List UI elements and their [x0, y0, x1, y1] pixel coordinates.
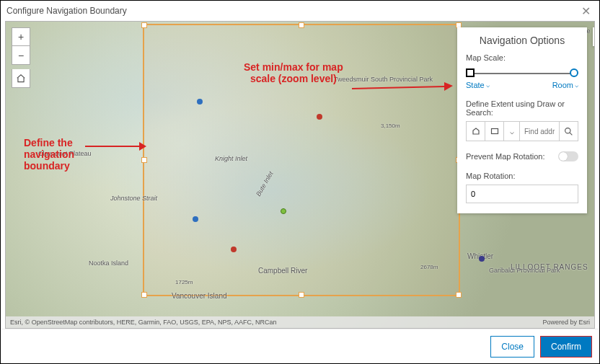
map-point-red — [317, 114, 322, 120]
svg-line-6 — [570, 133, 572, 135]
attribution-right: Powered by Esri — [542, 319, 590, 326]
map-canvas[interactable]: + − Campbell River Whistler Vancouver Is… — [5, 21, 595, 329]
chevron-down-icon: ⌵ — [575, 81, 578, 89]
prevent-rotation-label: Prevent Map Rotation: — [466, 152, 544, 161]
home-icon — [16, 74, 26, 84]
search-icon — [564, 127, 573, 136]
svg-point-5 — [565, 128, 570, 133]
map-label-lillooet: LILLOOET RANGES — [511, 263, 588, 271]
titlebar: Configure Navigation Boundary ✕ — [1, 1, 599, 21]
map-label-clayoquot: Clayoquot Plateau — [38, 150, 92, 157]
close-button[interactable]: Close — [490, 336, 534, 358]
resize-handle-nw[interactable] — [141, 22, 147, 28]
slider-handle-max[interactable] — [570, 68, 578, 77]
map-rotation-label: Map Rotation: — [466, 172, 578, 180]
map-point-purple — [479, 256, 485, 262]
search-button[interactable] — [559, 122, 578, 141]
map-label-nootka: Nootka Island — [89, 259, 128, 267]
scale-max-dropdown[interactable]: Room⌵ — [552, 81, 578, 89]
map-point-blue — [197, 99, 203, 105]
slider-track — [469, 73, 575, 74]
navigation-options-panel: Navigation Options Map Scale: State⌵ Roo… — [457, 27, 587, 213]
map-zoom-controls: + − — [12, 27, 30, 88]
chevron-down-icon: ⌵ — [510, 128, 514, 136]
draw-dropdown-button[interactable]: ⌵ — [504, 122, 520, 141]
modal-footer: Close Confirm — [1, 329, 599, 363]
chevron-down-icon: ⌵ — [486, 81, 490, 89]
map-rotation-input[interactable] — [466, 185, 578, 203]
resize-handle-w[interactable] — [141, 157, 147, 163]
confirm-button[interactable]: Confirm — [540, 336, 592, 358]
map-point-green — [281, 208, 286, 214]
extent-toolbar: ⌵ — [466, 121, 578, 141]
navigation-boundary-extent[interactable] — [143, 24, 460, 296]
home-extent-button[interactable] — [12, 69, 30, 88]
scale-min-dropdown[interactable]: State⌵ — [466, 81, 490, 89]
map-scale-label: Map Scale: — [466, 53, 578, 62]
resize-handle-se[interactable] — [456, 292, 462, 298]
draw-polygon-button[interactable] — [467, 122, 485, 141]
attribution-left: Esri, © OpenStreetMap contributors, HERE… — [10, 319, 277, 326]
resize-handle-sw[interactable] — [141, 292, 147, 298]
slider-labels: State⌵ Room⌵ — [466, 81, 578, 89]
map-label-garibaldi: Garibaldi Provincial Park — [489, 267, 560, 274]
rectangle-icon — [490, 127, 499, 136]
map-point-red-2 — [231, 247, 237, 252]
close-icon[interactable]: ✕ — [578, 4, 594, 18]
collapse-panel-button[interactable]: » — [593, 27, 595, 46]
zoom-out-button[interactable]: − — [12, 46, 30, 65]
resize-handle-s[interactable] — [299, 292, 304, 298]
modal-title: Configure Navigation Boundary — [6, 6, 127, 16]
map-attribution: Esri, © OpenStreetMap contributors, HERE… — [6, 316, 594, 328]
resize-handle-n[interactable] — [299, 22, 304, 28]
draw-rectangle-button[interactable] — [485, 122, 504, 141]
polygon-icon — [472, 127, 480, 136]
zoom-in-button[interactable]: + — [12, 27, 30, 46]
navigation-options-title: Navigation Options — [466, 35, 578, 46]
map-scale-slider[interactable] — [466, 66, 578, 79]
search-input[interactable] — [520, 122, 559, 141]
slider-handle-min[interactable] — [466, 68, 475, 77]
annotation-boundary-arrow — [85, 139, 146, 154]
configure-navigation-boundary-modal: Configure Navigation Boundary ✕ + − Camp… — [0, 0, 600, 364]
svg-rect-4 — [491, 129, 498, 134]
annotation-boundary-text: Define the navigation boundary — [24, 137, 74, 172]
prevent-rotation-toggle[interactable] — [558, 151, 578, 161]
define-extent-label: Define Extent using Draw or Search: — [466, 99, 578, 117]
map-point-blue-2 — [193, 216, 198, 222]
